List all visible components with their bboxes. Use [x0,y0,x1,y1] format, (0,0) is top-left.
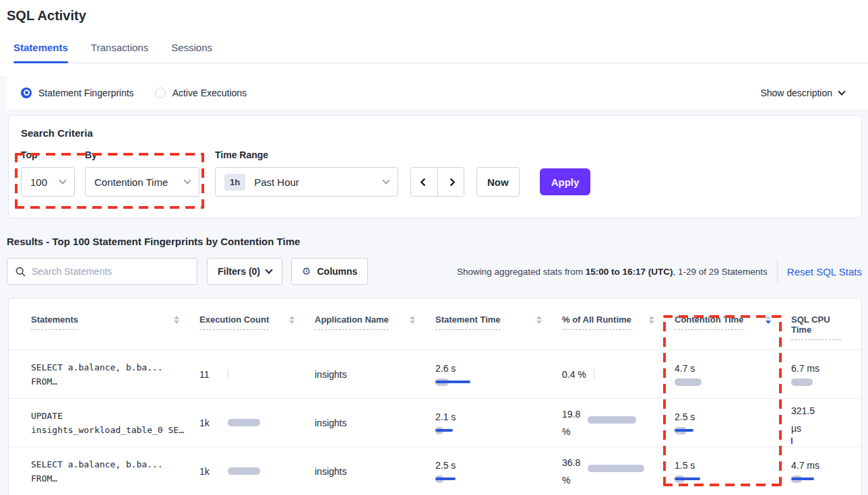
filters-label: Filters (0) [218,266,260,277]
next-time-range-button[interactable] [437,168,464,196]
sort-icon[interactable] [649,316,654,324]
execution-count-cell: 1k [199,466,303,477]
vertical-divider [777,259,778,284]
results-toolbar: Filters (0) ⚙ Columns Showing aggregated… [7,258,862,285]
application-name-cell: insights [315,418,346,428]
radio-unselected-icon[interactable] [155,88,166,98]
results-heading: Results - Top 100 Statement Fingerprints… [7,236,868,247]
pct-runtime-cell: 0.4 % [562,369,662,380]
sort-icon-descending[interactable] [766,316,771,324]
search-statements-box[interactable] [7,258,197,285]
radio-active-executions[interactable]: Active Executions [155,88,247,98]
chevron-down-icon [183,176,191,184]
count-bar [228,467,260,475]
column-header-contention-time[interactable]: Contention Time [675,298,791,350]
search-criteria-panel: Search Criteria Top 100 By Contention Ti… [8,115,862,218]
filters-button[interactable]: Filters (0) [207,258,282,285]
radio-statement-fingerprints[interactable]: Statement Fingerprints [21,88,134,98]
search-icon [16,267,26,277]
tab-bar: Statements Transactions Sessions [7,42,868,63]
sort-icon[interactable] [536,316,542,324]
sort-icon[interactable] [174,316,179,324]
time-bar-line [675,429,693,432]
top-select[interactable]: 100 [21,167,75,197]
by-select[interactable]: Contention Time [85,167,199,197]
radio-selected-icon[interactable] [21,88,32,98]
table-row: SELECT a.balance, b.ba... FROM… 1k insig… [9,447,861,495]
column-header-statement-time[interactable]: Statement Time [435,298,562,350]
chevron-down-icon [265,266,272,273]
tab-sessions[interactable]: Sessions [171,42,212,63]
runtime-bar [588,465,644,472]
chevron-left-icon [420,178,429,187]
time-range-select[interactable]: 1h Past Hour [215,167,398,197]
time-range-value: Past Hour [254,176,299,188]
tab-transactions[interactable]: Transactions [91,42,148,63]
count-bar [228,419,260,426]
time-bar-line [435,429,453,432]
sql-cpu-time-cell: 6.7 ms [791,363,849,386]
chevron-down-icon [59,176,66,184]
table-row: SELECT a.balance, b.ba... FROM… 11 insig… [9,350,861,399]
column-header-execution-count[interactable]: Execution Count [199,298,315,350]
sql-cpu-time-cell: 4.7 ms [791,460,849,483]
column-header-sql-cpu-time[interactable]: SQL CPU Time [791,298,861,350]
aggregated-stats-text: Showing aggregated stats from 15:00 to 1… [457,267,768,277]
statement-time-cell: 2.6 s [435,363,550,386]
table-header-row: Statements Execution Count Application N… [9,298,861,350]
time-bar [675,378,702,386]
apply-button[interactable]: Apply [540,168,591,195]
sort-icon[interactable] [289,316,294,324]
page-title: SQL Activity [7,8,868,24]
execution-count-cell: 11 [199,369,303,380]
by-select-value: Contention Time [94,176,168,188]
previous-time-range-button[interactable] [411,168,437,196]
column-header-application-name[interactable]: Application Name [315,298,435,350]
chevron-down-icon [382,176,390,184]
statement-fingerprint-link[interactable]: UPDATE insights_workload_table_0 SE… [31,409,187,437]
execution-count-cell: 1k [199,418,303,428]
now-button[interactable]: Now [476,167,520,197]
show-description-toggle[interactable]: Show description [760,88,844,98]
chevron-right-icon [447,178,456,187]
stats-time-range: 15:00 to 16:17 (UTC) [586,267,673,277]
time-bar-line [675,477,700,480]
sort-icon[interactable] [410,316,415,324]
reset-sql-stats-link[interactable]: Reset SQL Stats [787,266,862,277]
runtime-bar [588,416,636,424]
chevron-down-icon [838,88,845,95]
time-bar-line [791,477,814,480]
time-bar [791,378,813,386]
columns-label: Columns [317,266,357,277]
top-field: Top 100 [21,150,75,197]
view-toggle-strip: Statement Fingerprints Active Executions… [7,76,868,109]
pct-runtime-cell: 19.8 % [562,405,662,440]
column-header-statements[interactable]: Statements [9,298,199,350]
statements-table-card: Statements Execution Count Application N… [8,298,862,495]
runtime-tick-bar [594,369,594,379]
search-criteria-title: Search Criteria [21,127,849,139]
by-field: By Contention Time [85,150,199,197]
time-range-step-buttons [410,167,464,197]
tab-statements[interactable]: Statements [13,42,68,63]
top-select-value: 100 [30,176,47,188]
pct-runtime-cell: 36.8 % [562,454,662,489]
time-tick-bar [791,438,793,444]
count-tick-bar [228,369,228,379]
columns-button[interactable]: ⚙ Columns [291,258,368,285]
column-header-pct-runtime[interactable]: % of All Runtime [562,298,675,350]
gear-icon: ⚙ [302,265,311,277]
search-statements-input[interactable] [32,266,189,277]
application-name-cell: insights [315,369,346,380]
contention-time-cell: 1.5 s [675,460,779,483]
statement-time-cell: 2.5 s [435,460,550,483]
sql-cpu-time-cell: 321.5 µs [791,402,849,444]
statements-table: Statements Execution Count Application N… [9,298,861,495]
page-content: Statement Fingerprints Active Executions… [0,76,868,495]
page-header: SQL Activity Statements Transactions Ses… [0,0,868,63]
statement-fingerprint-link[interactable]: SELECT a.balance, b.ba... FROM… [31,360,187,389]
show-description-label: Show description [760,88,832,98]
time-range-field: Time Range 1h Past Hour [215,150,398,197]
top-label: Top [21,150,75,160]
statement-fingerprint-link[interactable]: SELECT a.balance, b.ba... FROM… [31,457,187,486]
